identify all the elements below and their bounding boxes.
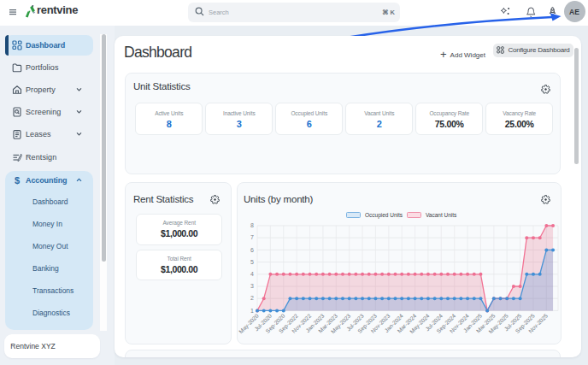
svg-text:2: 2	[250, 295, 254, 301]
svg-text:1: 1	[250, 307, 254, 313]
svg-text:7: 7	[250, 234, 254, 240]
svg-text:4: 4	[250, 271, 254, 277]
svg-text:$: $	[15, 175, 20, 185]
svg-text:3: 3	[250, 283, 254, 289]
svg-text:6: 6	[250, 246, 254, 252]
svg-text:5: 5	[250, 258, 254, 264]
svg-text:8: 8	[250, 222, 254, 228]
